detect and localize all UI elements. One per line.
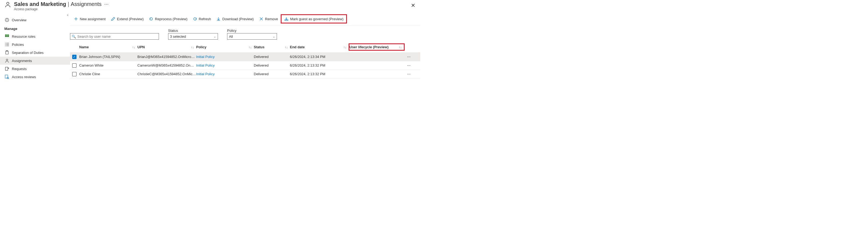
sidebar-item-label: Access reviews	[12, 75, 36, 79]
checklist-search-icon	[5, 75, 9, 79]
button-label: Extend (Preview)	[117, 17, 144, 21]
sort-icon[interactable]: ↑↓	[191, 46, 194, 49]
sidebar-item-label: Requests	[12, 67, 27, 71]
button-label: Reprocess (Preview)	[155, 17, 187, 21]
cell-name: Christie Cline	[79, 72, 100, 76]
collapse-sidebar-button[interactable]: «	[67, 13, 68, 17]
info-icon	[5, 18, 9, 22]
sidebar-section-manage: Manage	[0, 24, 70, 32]
chevron-down-icon: ⌄	[214, 35, 216, 38]
sidebar-item-separation[interactable]: Separation of Duties	[0, 49, 70, 57]
sort-icon[interactable]: ↑↓	[132, 46, 135, 49]
svg-rect-19	[5, 67, 8, 70]
sort-icon[interactable]: ↑↓	[399, 46, 402, 49]
plus-icon	[74, 17, 78, 21]
sidebar-item-resource-roles[interactable]: Resource roles	[0, 32, 70, 40]
cell-policy-link[interactable]: Initial Policy	[196, 63, 215, 67]
sidebar-item-access-reviews[interactable]: Access reviews	[0, 73, 70, 81]
svg-rect-7	[5, 36, 6, 37]
policy-filter-label: Policy	[227, 29, 277, 33]
svg-rect-30	[285, 20, 288, 21]
svg-point-0	[7, 2, 9, 5]
refresh-button[interactable]: Refresh	[190, 15, 214, 23]
col-header-lifecycle[interactable]: User lifecycle (Preview)	[349, 45, 389, 49]
page-title-main: Sales and Marketing	[14, 1, 66, 7]
row-more-button[interactable]: ⋯	[405, 63, 413, 67]
table-row[interactable]: Brian Johnson (TAILSPIN) BrianJ@M365x415…	[70, 53, 420, 61]
svg-point-18	[6, 59, 8, 61]
dropdown-value: 3 selected	[170, 34, 186, 38]
sidebar-item-label: Resource roles	[12, 34, 35, 38]
col-header-status[interactable]: Status	[254, 45, 265, 49]
status-filter-label: Status	[168, 29, 218, 33]
refresh-icon	[193, 17, 197, 21]
download-button[interactable]: Download (Preview)	[214, 15, 256, 23]
extend-button[interactable]: Extend (Preview)	[108, 15, 146, 23]
cell-end: 6/26/2024, 2:13:34 PM	[290, 55, 326, 59]
row-checkbox[interactable]	[72, 55, 76, 59]
col-header-end[interactable]: End date	[290, 45, 305, 49]
button-label: Download (Preview)	[222, 17, 253, 21]
new-assignment-button[interactable]: New assignment	[71, 15, 108, 23]
export-icon	[5, 66, 9, 71]
download-box-icon	[284, 17, 288, 21]
page-header: Sales and Marketing | Assignments ⋯ Acce…	[0, 0, 420, 12]
sort-icon[interactable]: ↑↓	[249, 46, 252, 49]
sidebar-item-overview[interactable]: Overview	[0, 16, 70, 24]
col-header-upn[interactable]: UPN	[137, 45, 145, 49]
button-label: Mark guest as governed (Preview)	[290, 17, 343, 21]
assignments-table: Name↑↓ UPN↑↓ Policy↑↓ Status↑↓ End date↑…	[70, 42, 420, 79]
svg-rect-4	[5, 34, 6, 36]
cell-policy-link[interactable]: Initial Policy	[196, 55, 215, 59]
sidebar-item-label: Separation of Duties	[12, 51, 44, 55]
sidebar-item-policies[interactable]: Policies	[0, 40, 70, 49]
svg-rect-8	[6, 36, 7, 37]
col-header-name[interactable]: Name	[79, 45, 89, 49]
remove-button[interactable]: Remove	[256, 15, 281, 23]
col-header-policy[interactable]: Policy	[196, 45, 206, 49]
table-row[interactable]: Christie Cline ChristieC@M365x41594852.O…	[70, 70, 420, 79]
clipboard-icon	[5, 51, 9, 55]
row-more-button[interactable]: ⋯	[405, 72, 413, 76]
sidebar: « Overview Manage Resource roles Policie…	[0, 12, 70, 81]
page-title-sub: Assignments	[71, 1, 102, 7]
row-more-button[interactable]: ⋯	[405, 55, 413, 59]
sidebar-item-label: Policies	[12, 42, 24, 47]
title-more-button[interactable]: ⋯	[103, 2, 110, 7]
row-checkbox[interactable]	[72, 72, 76, 76]
cell-status: Delivered	[254, 72, 269, 76]
cell-upn: BrianJ@M365x41594852.OnMicros…	[137, 55, 196, 59]
remove-icon	[259, 17, 264, 21]
page-subtitle: Access package	[14, 7, 406, 11]
sidebar-item-requests[interactable]: Requests	[0, 65, 70, 73]
svg-rect-5	[6, 34, 7, 36]
close-button[interactable]: ✕	[409, 1, 417, 10]
cell-name: Brian Johnson (TAILSPIN)	[79, 55, 120, 59]
cell-end: 6/26/2024, 2:13:32 PM	[290, 72, 326, 76]
filter-bar: 🔍 Status 3 selected ⌄ Policy All ⌄	[70, 26, 420, 42]
person-icon	[5, 59, 9, 63]
cell-end: 6/26/2024, 2:13:32 PM	[290, 63, 326, 67]
row-checkbox[interactable]	[72, 63, 76, 68]
sidebar-item-label: Assignments	[12, 59, 32, 63]
reprocess-button[interactable]: Reprocess (Preview)	[146, 15, 190, 23]
search-icon: 🔍	[72, 34, 76, 38]
svg-rect-9	[8, 36, 9, 37]
svg-rect-6	[8, 34, 9, 36]
sidebar-item-label: Overview	[12, 18, 26, 22]
reprocess-icon	[149, 17, 153, 21]
sort-icon[interactable]: ↑↓	[285, 46, 288, 49]
cell-name: Cameron White	[79, 63, 103, 67]
title-separator: |	[68, 1, 69, 7]
sidebar-item-assignments[interactable]: Assignments	[0, 57, 70, 65]
grid-icon	[5, 34, 9, 38]
status-filter-dropdown[interactable]: 3 selected ⌄	[168, 33, 218, 40]
search-input[interactable]	[70, 33, 159, 40]
table-row[interactable]: Cameron White CameronW@M365x41594852.OnM…	[70, 61, 420, 70]
mark-governed-button[interactable]: Mark guest as governed (Preview)	[281, 14, 347, 24]
button-label: Refresh	[199, 17, 211, 21]
policy-filter-dropdown[interactable]: All ⌄	[227, 33, 277, 40]
sort-icon[interactable]: ↑↓	[343, 46, 346, 49]
chevron-down-icon: ⌄	[273, 35, 275, 38]
cell-policy-link[interactable]: Initial Policy	[196, 72, 215, 76]
